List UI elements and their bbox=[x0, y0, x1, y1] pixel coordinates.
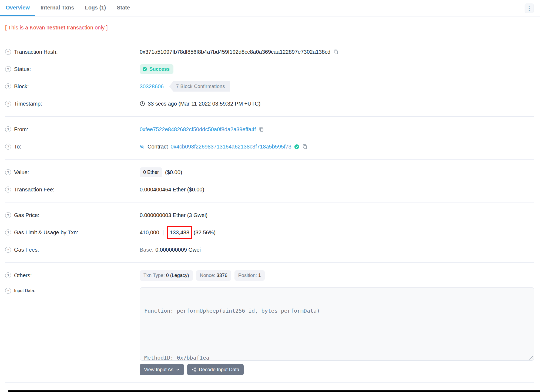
input-data-textarea[interactable]: Function: performUpkeep(uint256 id, byte… bbox=[140, 287, 534, 361]
gas-fees-label: Gas Fees: bbox=[14, 247, 39, 253]
section-divider bbox=[5, 382, 534, 383]
tab-logs[interactable]: Logs (1) bbox=[79, 0, 111, 16]
nonce-badge: Nonce: 3376 bbox=[196, 270, 231, 281]
gas-limit-value: 410,000 bbox=[140, 229, 159, 236]
decode-input-data-button[interactable]: Decode Input Data bbox=[187, 364, 244, 375]
from-row: ? From: 0xfee7522e8482682cf50ddc50a0f8da… bbox=[5, 121, 534, 138]
gas-limit-separator: | bbox=[162, 229, 164, 236]
gas-limit-row: ? Gas Limit & Usage by Txn: 410,000 | 13… bbox=[5, 224, 534, 241]
gas-limit-label: Gas Limit & Usage by Txn: bbox=[14, 229, 78, 236]
input-methodid-line: MethodID: 0x7bbaf1ea bbox=[144, 354, 530, 361]
help-icon: ? bbox=[5, 247, 11, 253]
help-icon: ? bbox=[5, 169, 11, 175]
tab-internal-txns[interactable]: Internal Txns bbox=[35, 0, 79, 16]
more-options-button[interactable]: ⋮ bbox=[525, 4, 534, 13]
view-input-as-button[interactable]: View Input As bbox=[140, 364, 184, 375]
decode-icon bbox=[192, 367, 196, 372]
section-divider bbox=[5, 202, 534, 202]
copy-hash-button[interactable] bbox=[333, 49, 339, 55]
transaction-fee-label: Transaction Fee: bbox=[14, 187, 54, 193]
position-badge: Position: 1 bbox=[234, 270, 265, 281]
transaction-hash-value: 0x371a51097fb78df856f8b4a7bd459f192d8cc8… bbox=[140, 49, 330, 55]
txn-type-badge: Txn Type: 0 (Legacy) bbox=[140, 270, 193, 281]
help-icon: ? bbox=[5, 144, 11, 150]
chevron-down-icon bbox=[176, 368, 180, 371]
help-icon: ? bbox=[5, 126, 11, 132]
copy-icon bbox=[259, 127, 264, 132]
magnifier-plus-icon bbox=[140, 144, 145, 149]
transaction-hash-label: Transaction Hash: bbox=[14, 49, 58, 55]
section-divider bbox=[5, 116, 534, 117]
input-blank-line bbox=[144, 330, 530, 338]
testnet-warning: [ This is a Kovan Testnet transaction on… bbox=[5, 25, 534, 31]
timestamp-row: ? Timestamp: 33 secs ago (Mar-11-2022 03… bbox=[5, 95, 534, 112]
tabs: Overview Internal Txns Logs (1) State bbox=[0, 0, 135, 16]
kebab-icon: ⋮ bbox=[526, 6, 532, 11]
gas-used-value: 133,488 bbox=[170, 229, 189, 235]
section-divider bbox=[5, 262, 534, 263]
block-confirmations-badge: 7 Block Confirmations bbox=[169, 81, 230, 92]
transaction-fee-value: 0.000400464 Ether ($0.00) bbox=[140, 187, 204, 193]
copy-to-address-button[interactable] bbox=[302, 144, 308, 150]
check-circle-icon bbox=[142, 67, 147, 72]
help-icon: ? bbox=[5, 212, 11, 218]
overview-panel: [ This is a Kovan Testnet transaction on… bbox=[0, 25, 540, 383]
input-data-label: Input Data: bbox=[14, 288, 35, 293]
tab-bar: Overview Internal Txns Logs (1) State ⋮ bbox=[0, 0, 540, 16]
others-row: ? Others: Txn Type: 0 (Legacy) Nonce: 33… bbox=[5, 267, 534, 284]
transaction-fee-row: ? Transaction Fee: 0.000400464 Ether ($0… bbox=[5, 181, 534, 198]
resize-handle-icon[interactable] bbox=[529, 356, 533, 360]
block-label: Block: bbox=[14, 83, 29, 90]
base-fee-label: Base: bbox=[140, 247, 153, 253]
section-divider bbox=[5, 159, 534, 160]
gas-price-row: ? Gas Price: 0.000000003 Ether (3 Gwei) bbox=[5, 207, 534, 224]
transaction-details-page: Overview Internal Txns Logs (1) State ⋮ … bbox=[0, 0, 540, 392]
contract-prefix: Contract bbox=[147, 144, 168, 150]
status-label: Status: bbox=[14, 66, 31, 72]
others-label: Others: bbox=[14, 272, 32, 279]
from-address-link[interactable]: 0xfee7522e8482682cf50ddc50a0f8da2a39effa… bbox=[140, 126, 256, 133]
transaction-hash-row: ? Transaction Hash: 0x371a51097fb78df856… bbox=[5, 43, 534, 60]
value-row: ? Value: 0 Ether ($0.00) bbox=[5, 164, 534, 181]
gas-used-highlight-box: 133,488 bbox=[167, 226, 192, 239]
timestamp-value: 33 secs ago (Mar-11-2022 03:59:32 PM +UT… bbox=[148, 101, 260, 107]
to-row: ? To: Contract 0x4cb093f226983713164a621… bbox=[5, 138, 534, 155]
gas-price-label: Gas Price: bbox=[14, 212, 39, 218]
to-address-link[interactable]: 0x4cb093f226983713164a62138c3f718a5b595f… bbox=[171, 144, 291, 150]
value-usd: ($0.00) bbox=[165, 169, 182, 175]
tab-overview[interactable]: Overview bbox=[0, 0, 35, 16]
gas-used-percent: (32.56%) bbox=[194, 229, 216, 236]
help-icon: ? bbox=[5, 83, 11, 89]
help-icon: ? bbox=[5, 66, 11, 72]
help-icon: ? bbox=[5, 101, 11, 107]
help-icon: ? bbox=[5, 288, 11, 294]
verified-check-icon bbox=[294, 144, 299, 149]
help-icon: ? bbox=[5, 272, 11, 278]
help-icon: ? bbox=[5, 49, 11, 55]
timestamp-label: Timestamp: bbox=[14, 101, 42, 107]
help-icon: ? bbox=[5, 229, 11, 235]
window-bottom-edge bbox=[8, 390, 540, 392]
clock-icon bbox=[140, 101, 145, 106]
copy-icon bbox=[333, 49, 339, 55]
status-row: ? Status: Success bbox=[5, 60, 534, 78]
gas-fees-row: ? Gas Fees: Base: 0.000000009 Gwei bbox=[5, 241, 534, 258]
value-label: Value: bbox=[14, 169, 29, 175]
input-function-line: Function: performUpkeep(uint256 id, byte… bbox=[144, 307, 530, 315]
from-label: From: bbox=[14, 126, 28, 133]
tab-state[interactable]: State bbox=[111, 0, 135, 16]
block-number-link[interactable]: 30328606 bbox=[140, 83, 164, 90]
value-badge: 0 Ether bbox=[140, 167, 162, 177]
help-icon: ? bbox=[5, 187, 11, 192]
copy-icon bbox=[302, 144, 308, 150]
copy-from-address-button[interactable] bbox=[259, 127, 264, 132]
input-data-row: ? Input Data: Function: performUpkeep(ui… bbox=[5, 284, 534, 375]
inspect-contract-button[interactable] bbox=[140, 144, 145, 149]
base-fee-value: 0.000000009 Gwei bbox=[155, 247, 201, 253]
status-badge: Success bbox=[140, 64, 173, 74]
to-label: To: bbox=[14, 144, 21, 150]
block-row: ? Block: 30328606 7 Block Confirmations bbox=[5, 78, 534, 95]
gas-price-value: 0.000000003 Ether (3 Gwei) bbox=[140, 212, 207, 218]
